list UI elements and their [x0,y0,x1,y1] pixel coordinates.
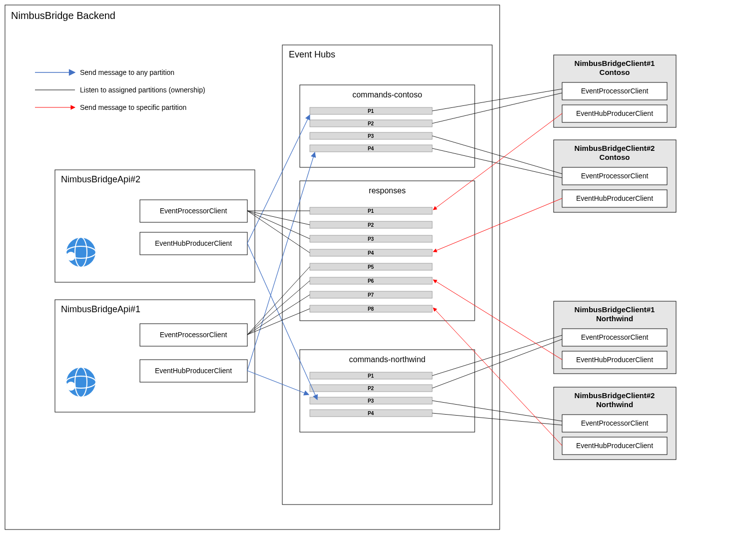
legend-black-label: Listen to assigned partitions (ownership… [80,86,205,94]
hub-commands-northwind-title: commands-northwind [349,355,426,364]
partition-r-p3-label: P3 [368,236,374,242]
client2-northwind-processor-label: EventProcessorClient [581,419,649,427]
api1-title: NimbusBridgeApi#1 [61,304,140,314]
backend-title: NimbusBridge Backend [11,10,115,21]
line-c2c-prod-p4 [433,198,562,252]
partition-r-p8-label: P8 [368,306,374,312]
line-cn-p1-c1 [432,335,562,376]
client1-contoso-title1: NimbusBridgeClient#1 [575,59,655,67]
client2-northwind-producer-label: EventHubProducerClient [576,442,653,450]
partition-r-p1-label: P1 [368,208,374,214]
client1-contoso-processor-label: EventProcessorClient [581,87,649,95]
partition-cn-p3-label: P3 [368,398,374,404]
api2-box: NimbusBridgeApi#2 EventProcessorClient E… [55,170,255,282]
line-api2-proc-p2 [247,211,310,225]
api2-producer-label: EventHubProducerClient [155,239,232,247]
client2-contoso-box: NimbusBridgeClient#2 Contoso EventProces… [554,140,676,212]
client2-contoso-title2: Contoso [600,153,630,161]
line-cc-p3-c2 [432,136,562,174]
line-api2-producer-to-contoso [247,115,310,243]
api1-processor-label: EventProcessorClient [160,331,227,339]
partition-r-p7-label: P7 [368,292,374,298]
globe-icon [66,237,96,267]
line-cn-p3-c2 [432,401,562,421]
hub-commands-northwind: commands-northwind P1 P2 P3 P4 [300,350,475,432]
partition-cc-p2-label: P2 [368,121,374,126]
client1-northwind-title1: NimbusBridgeClient#1 [575,305,655,314]
line-api2-proc-p4 [247,211,310,253]
line-c2n-prod-p8 [433,308,562,446]
api1-producer-label: EventHubProducerClient [155,367,232,375]
line-cc-p4-c2 [432,148,562,178]
line-cn-p2-c1 [432,339,562,388]
partition-cc-p3-label: P3 [368,133,374,139]
client1-northwind-title2: Northwind [596,314,633,323]
globe-icon [66,367,96,397]
line-cn-p4-c2 [432,413,562,425]
api1-box: NimbusBridgeApi#1 EventProcessorClient E… [55,300,255,412]
line-c1c-prod-p1 [433,113,562,210]
client1-contoso-box: NimbusBridgeClient#1 Contoso EventProces… [554,55,676,127]
api2-processor-label: EventProcessorClient [160,207,227,215]
client1-contoso-title2: Contoso [600,68,630,76]
client1-northwind-processor-label: EventProcessorClient [581,333,649,341]
client2-northwind-box: NimbusBridgeClient#2 Northwind EventProc… [554,387,676,460]
client2-northwind-title1: NimbusBridgeClient#2 [575,391,655,400]
client1-contoso-producer-label: EventHubProducerClient [576,109,653,117]
svg-point-5 [66,252,75,261]
line-cc-p1-c1 [432,89,562,111]
client2-contoso-producer-label: EventHubProducerClient [576,194,653,202]
client2-contoso-title1: NimbusBridgeClient#2 [575,144,655,152]
partition-r-p4-label: P4 [368,250,374,256]
svg-point-11 [66,382,75,391]
partition-r-p2-label: P2 [368,222,374,228]
client1-northwind-box: NimbusBridgeClient#1 Northwind EventProc… [554,301,676,374]
hub-commands-contoso: commands-contoso P1 P2 P3 P4 [300,85,475,167]
line-api1-proc-p6 [247,281,310,335]
partition-r-p5-label: P5 [368,264,374,270]
line-cc-p2-c1 [432,93,562,123]
partition-cn-p4-label: P4 [368,411,374,416]
partition-cc-p1-label: P1 [368,108,374,114]
eventhubs-title: Event Hubs [289,49,335,59]
client1-northwind-producer-label: EventHubProducerClient [576,356,653,364]
line-api1-producer-to-contoso [247,152,315,371]
hub-responses-title: responses [369,186,406,195]
line-api2-proc-p3 [247,211,310,239]
legend-blue-label: Send message to any partition [80,68,174,76]
partition-cc-p4-label: P4 [368,146,374,151]
hub-responses: responses P1 P2 P3 P4 P5 P6 P7 P8 [300,181,475,321]
partition-r-p6-label: P6 [368,278,374,284]
line-c1n-prod-p6 [433,280,562,360]
partition-cn-p1-label: P1 [368,373,374,379]
api2-title: NimbusBridgeApi#2 [61,174,140,184]
client2-northwind-title2: Northwind [596,400,633,409]
legend-red-label: Send message to specific partition [80,103,186,111]
legend: Send message to any partition Listen to … [35,68,205,111]
client2-contoso-processor-label: EventProcessorClient [581,172,649,180]
partition-cn-p2-label: P2 [368,386,374,391]
hub-commands-contoso-title: commands-contoso [352,90,422,99]
